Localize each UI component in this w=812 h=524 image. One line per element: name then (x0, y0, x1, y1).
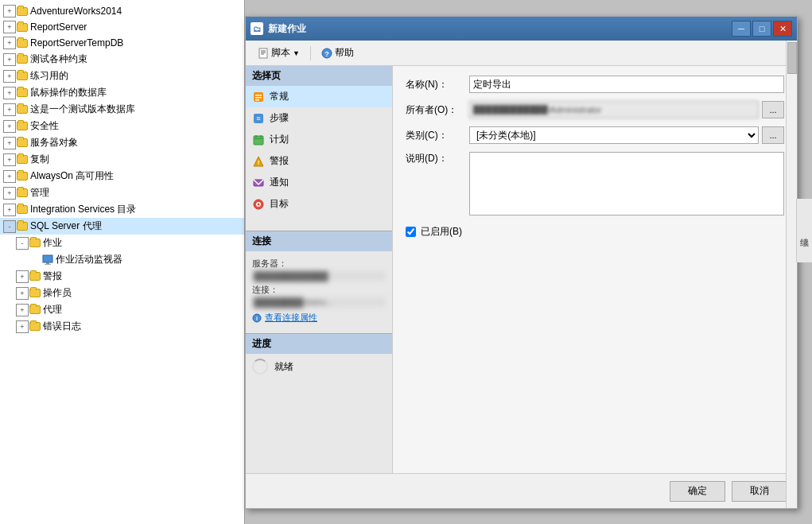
tree-item-operators[interactable]: + 操作员 (0, 285, 244, 301)
enabled-checkbox[interactable] (406, 227, 416, 237)
tree-item-management[interactable]: + 管理 (0, 184, 244, 201)
monitor-icon (41, 254, 54, 266)
expand-integration-services[interactable]: + (3, 204, 16, 216)
folder-icon-operators (29, 287, 41, 300)
expand-replication[interactable]: + (3, 153, 16, 166)
expand-alwayson[interactable]: + (3, 170, 16, 183)
expand-management[interactable]: + (3, 187, 16, 200)
nav-notifications-icon (252, 177, 265, 189)
expand-reportservertempdb[interactable]: + (3, 37, 16, 49)
tree-item-practice[interactable]: + 练习用的 (0, 68, 244, 84)
nav-item-steps[interactable]: ≡ 步骤 (246, 107, 392, 129)
svg-rect-11 (255, 97, 262, 99)
tree-label: ReportServerTempDB (30, 37, 123, 49)
scrollbar-thumb[interactable] (787, 42, 797, 74)
db-icon (16, 21, 29, 33)
owner-browse-button[interactable]: ... (762, 101, 784, 118)
expand-security[interactable]: + (3, 120, 16, 133)
expand-jobs[interactable]: - (16, 237, 29, 250)
progress-spinner (252, 359, 268, 375)
expand-proxies[interactable]: + (16, 304, 29, 316)
nav-item-notifications[interactable]: 通知 (246, 172, 392, 193)
owner-input[interactable] (469, 101, 759, 118)
tree-item-reportserver[interactable]: + ReportServer (0, 19, 244, 35)
svg-rect-15 (254, 136, 263, 145)
tree-label: ReportServer (30, 21, 87, 33)
nav-alerts-icon: ! (252, 155, 265, 168)
expand-sql-agent[interactable]: - (3, 220, 16, 233)
modal-controls: ─ □ ✕ (732, 21, 792, 37)
content-panel: 名称(N)： 所有者(O)： ... 类别(C)： [未分类(本地)] ... (393, 66, 797, 473)
db-icon (16, 70, 29, 83)
category-label: 类别(C)： (406, 129, 469, 142)
nav-item-alerts[interactable]: ! 警报 (246, 150, 392, 172)
script-dropdown-icon: ▼ (293, 49, 300, 57)
category-input-group: [未分类(本地)] ... (469, 126, 784, 144)
nav-item-general[interactable]: 常规 (246, 86, 392, 107)
expand-adventureworks[interactable]: + (3, 5, 16, 17)
expand-error-logs[interactable]: + (16, 320, 29, 333)
help-button[interactable]: ? 帮助 (316, 43, 359, 63)
expand-alerts[interactable]: + (16, 270, 29, 283)
name-input[interactable] (469, 76, 784, 93)
tree-label: Integration Services 目录 (30, 203, 136, 216)
category-browse-button[interactable]: ... (762, 126, 784, 144)
expand-test-constraint[interactable]: + (3, 53, 16, 66)
tree-item-alwayson[interactable]: + AlwaysOn 高可用性 (0, 168, 244, 184)
tree-item-sql-agent[interactable]: - SQL Server 代理 (0, 218, 244, 235)
tree-label: 作业 (43, 236, 62, 250)
expand-practice[interactable]: + (3, 70, 16, 83)
tree-item-integration-services[interactable]: + Integration Services 目录 (0, 201, 244, 218)
tree-item-test-version[interactable]: + 这是一个测试版本数据库 (0, 101, 244, 118)
help-label: 帮助 (335, 46, 354, 60)
tree-label: 鼠标操作的数据库 (30, 86, 107, 99)
tree-item-jobs[interactable]: - 作业 (0, 235, 244, 251)
modal-new-job: 🗂 新建作业 ─ □ ✕ 脚本 ▼ ? 帮助 (245, 16, 798, 509)
nav-section-header: 选择页 (246, 66, 392, 86)
tree-item-security[interactable]: + 安全性 (0, 118, 244, 134)
nav-label-steps: 步骤 (270, 111, 289, 125)
tree-label: SQL Server 代理 (30, 219, 102, 233)
expand-reportserver[interactable]: + (3, 21, 16, 33)
tree-item-alerts[interactable]: + 警报 (0, 268, 244, 285)
nav-label-alerts: 警报 (270, 154, 289, 168)
nav-item-targets[interactable]: 目标 (246, 193, 392, 215)
script-button[interactable]: 脚本 ▼ (252, 43, 305, 63)
tree-item-replication[interactable]: + 复制 (0, 151, 244, 168)
connect-value: ████████\Admi... (252, 297, 386, 307)
modal-title-text: 新建作业 (268, 22, 306, 36)
progress-info: 就绪 (246, 354, 392, 379)
restore-button[interactable]: □ (752, 21, 771, 37)
form-row-desc: 说明(D)： (406, 152, 784, 215)
tree-item-test-constraint[interactable]: + 测试各种约束 (0, 51, 244, 68)
cancel-button[interactable]: 取消 (732, 481, 787, 502)
expand-mouse-ops[interactable]: + (3, 87, 16, 99)
confirm-button[interactable]: 确定 (670, 481, 725, 502)
expand-test-version[interactable]: + (3, 103, 16, 116)
view-connection-link[interactable]: i 查看连接属性 (252, 312, 386, 324)
category-select[interactable]: [未分类(本地)] (469, 126, 759, 144)
tree-item-server-objects[interactable]: + 服务器对象 (0, 134, 244, 151)
tree-item-mouse-ops[interactable]: + 鼠标操作的数据库 (0, 84, 244, 101)
minimize-button[interactable]: ─ (732, 21, 751, 37)
db-icon (16, 53, 29, 66)
svg-rect-1 (46, 262, 49, 264)
expand-operators[interactable]: + (16, 287, 29, 300)
tree-item-error-logs[interactable]: + 错误日志 (0, 318, 244, 335)
tree-item-adventureworks[interactable]: + AdventureWorks2014 (0, 3, 244, 19)
svg-rect-0 (43, 255, 52, 262)
nav-schedule-icon (252, 134, 265, 146)
script-label: 脚本 (271, 46, 290, 60)
progress-section-header: 进度 (246, 334, 392, 354)
tree-item-proxies[interactable]: + 代理 (0, 301, 244, 318)
desc-textarea[interactable] (469, 152, 784, 215)
nav-item-schedule[interactable]: 计划 (246, 129, 392, 150)
close-button[interactable]: ✕ (773, 21, 792, 37)
modal-toolbar: 脚本 ▼ ? 帮助 (246, 41, 797, 66)
toolbar-separator (310, 46, 311, 60)
tree-item-reportservertempdb[interactable]: + ReportServerTempDB (0, 35, 244, 51)
svg-rect-12 (255, 99, 259, 101)
expand-server-objects[interactable]: + (3, 137, 16, 149)
tree-item-job-monitor[interactable]: 作业活动监视器 (0, 251, 244, 268)
folder-icon-integration (16, 204, 29, 216)
